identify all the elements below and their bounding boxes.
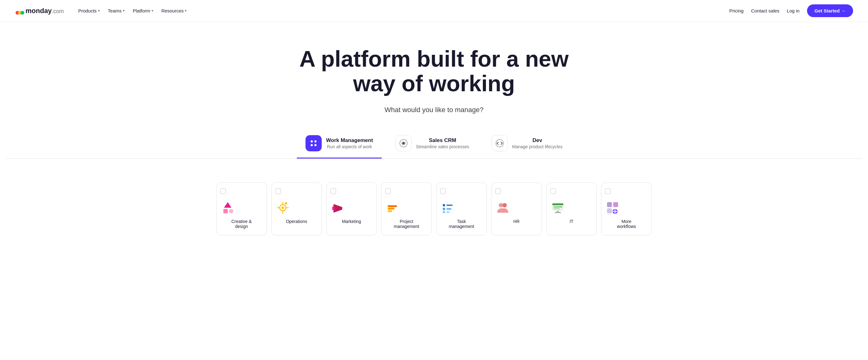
svg-rect-36 xyxy=(554,206,562,207)
svg-point-5 xyxy=(311,144,313,146)
svg-rect-24 xyxy=(388,210,392,212)
contact-sales-link[interactable]: Contact sales xyxy=(751,8,779,13)
svg-rect-40 xyxy=(607,202,612,207)
svg-rect-29 xyxy=(446,208,452,210)
operations-icon xyxy=(275,200,290,215)
workflow-cards-grid: Creative &design Operations xyxy=(216,183,652,236)
svg-rect-31 xyxy=(446,212,450,213)
card-label: Operations xyxy=(275,219,318,224)
product-tabs: Work Management Run all aspects of work … xyxy=(6,130,862,159)
nav-left: monday.com Products ▾ Teams ▾ Platform ▾… xyxy=(15,6,190,16)
svg-point-14 xyxy=(282,206,284,209)
marketing-icon xyxy=(331,200,345,215)
card-label: Projectmanagement xyxy=(385,219,428,229)
svg-point-3 xyxy=(311,140,313,143)
card-checkbox[interactable] xyxy=(275,188,281,194)
svg-rect-45 xyxy=(607,208,612,213)
tab-divider xyxy=(6,159,862,159)
svg-rect-35 xyxy=(552,203,563,205)
card-checkbox[interactable] xyxy=(385,188,391,194)
tab-dev-sublabel: Manage product lifecycles xyxy=(512,144,562,149)
svg-marker-10 xyxy=(224,202,231,208)
hero-section: A platform built for a new way of workin… xyxy=(0,22,868,183)
svg-point-12 xyxy=(229,209,233,213)
hero-subtitle: What would you like to manage? xyxy=(6,106,862,114)
get-started-button[interactable]: Get Started → xyxy=(807,4,853,17)
card-label: Moreworkflows xyxy=(605,219,648,229)
svg-point-6 xyxy=(314,144,317,146)
sales-crm-icon xyxy=(396,135,412,151)
nav-platform[interactable]: Platform ▾ xyxy=(130,6,156,15)
svg-marker-21 xyxy=(334,204,342,213)
card-label: Creative &design xyxy=(220,219,263,229)
tab-sales-crm[interactable]: Sales CRM Streamline sales processes xyxy=(387,130,478,159)
svg-rect-39 xyxy=(555,212,561,213)
card-creative-design[interactable]: Creative &design xyxy=(216,183,267,236)
svg-point-26 xyxy=(443,204,445,206)
svg-point-4 xyxy=(314,140,317,143)
logo-text: monday.com xyxy=(26,7,64,15)
tab-sales-crm-label: Sales CRM xyxy=(416,137,469,144)
card-checkbox[interactable] xyxy=(331,188,336,194)
tab-dev-label: Dev xyxy=(512,137,562,144)
card-checkbox[interactable] xyxy=(605,188,611,194)
card-checkbox[interactable] xyxy=(220,188,226,194)
project-management-icon xyxy=(385,200,400,215)
svg-point-30 xyxy=(443,211,445,213)
creative-design-icon xyxy=(220,200,235,215)
pricing-link[interactable]: Pricing xyxy=(729,8,744,13)
nav-links: Products ▾ Teams ▾ Platform ▾ Resources … xyxy=(75,6,190,15)
svg-rect-27 xyxy=(446,204,453,206)
more-workflows-icon xyxy=(605,200,620,215)
chevron-down-icon: ▾ xyxy=(98,9,100,13)
card-label: HR xyxy=(495,219,538,224)
tab-work-management-label: Work Management xyxy=(326,137,373,144)
work-management-icon xyxy=(306,135,322,151)
svg-rect-11 xyxy=(223,209,228,213)
card-task-management[interactable]: Taskmanagement xyxy=(436,183,487,236)
nav-teams[interactable]: Teams ▾ xyxy=(105,6,128,15)
card-checkbox[interactable] xyxy=(550,188,556,194)
logo[interactable]: monday.com xyxy=(15,6,64,16)
svg-point-33 xyxy=(502,203,507,207)
tab-dev[interactable]: Dev Manage product lifecycles xyxy=(483,130,571,159)
chevron-down-icon: ▾ xyxy=(152,9,153,13)
it-icon xyxy=(550,200,565,215)
card-label: IT xyxy=(550,219,593,224)
nav-resources[interactable]: Resources ▾ xyxy=(158,6,190,15)
svg-rect-23 xyxy=(388,208,395,210)
svg-point-8 xyxy=(403,142,404,144)
card-label: Marketing xyxy=(331,219,373,224)
svg-rect-25 xyxy=(388,205,397,207)
hr-icon xyxy=(495,200,510,215)
card-label: Taskmanagement xyxy=(440,219,483,229)
svg-rect-41 xyxy=(613,202,618,207)
tab-sales-crm-sublabel: Streamline sales processes xyxy=(416,144,469,149)
nav-right: Pricing Contact sales Log in Get Started… xyxy=(729,4,853,17)
card-checkbox[interactable] xyxy=(495,188,501,194)
tab-work-management-sublabel: Run all aspects of work xyxy=(326,144,373,149)
card-project-management[interactable]: Projectmanagement xyxy=(381,183,432,236)
login-link[interactable]: Log in xyxy=(787,8,800,13)
nav-products[interactable]: Products ▾ xyxy=(75,6,103,15)
card-hr[interactable]: HR xyxy=(491,183,542,236)
card-marketing[interactable]: Marketing xyxy=(327,183,377,236)
card-checkbox[interactable] xyxy=(440,188,446,194)
svg-rect-22 xyxy=(332,206,335,210)
workflow-section: Creative &design Operations xyxy=(0,183,868,254)
svg-point-32 xyxy=(499,203,503,207)
svg-rect-38 xyxy=(557,211,559,212)
chevron-down-icon: ▾ xyxy=(123,9,125,13)
svg-rect-37 xyxy=(554,208,560,209)
svg-point-20 xyxy=(285,203,286,204)
card-it[interactable]: IT xyxy=(546,183,597,236)
navbar: monday.com Products ▾ Teams ▾ Platform ▾… xyxy=(0,0,868,22)
tab-work-management[interactable]: Work Management Run all aspects of work xyxy=(297,130,382,159)
hero-title: A platform built for a new way of workin… xyxy=(294,47,574,96)
svg-point-2 xyxy=(21,11,24,15)
card-more-workflows[interactable]: Moreworkflows xyxy=(601,183,652,236)
svg-point-28 xyxy=(443,208,445,210)
card-operations[interactable]: Operations xyxy=(271,183,322,236)
chevron-down-icon: ▾ xyxy=(185,9,187,13)
task-management-icon xyxy=(440,200,455,215)
